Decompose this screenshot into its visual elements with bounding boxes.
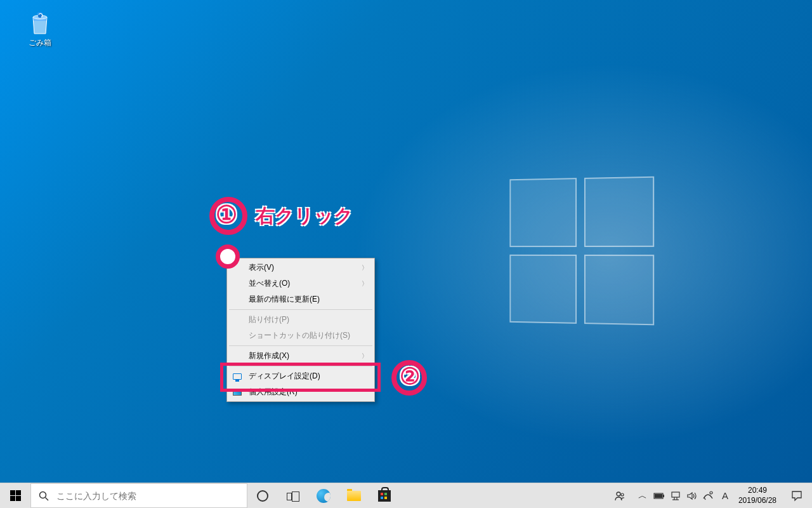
chevron-right-icon: 〉 xyxy=(362,264,368,272)
people-icon xyxy=(614,490,625,502)
menu-item-new[interactable]: 新規作成(X) 〉 xyxy=(228,348,373,364)
menu-separator xyxy=(229,345,372,346)
task-view-button[interactable] xyxy=(278,483,308,508)
menu-item-paste-shortcut: ショートカットの貼り付け(S) xyxy=(228,328,373,344)
edge-taskbar-button[interactable] xyxy=(308,483,339,508)
personalize-icon xyxy=(232,387,242,398)
taskbar: ︿ xyxy=(0,483,812,508)
edge-icon xyxy=(317,489,331,503)
menu-separator xyxy=(229,366,372,366)
network-icon xyxy=(671,491,681,500)
search-input[interactable] xyxy=(56,491,239,501)
tray-ime-indicator[interactable]: A xyxy=(717,483,733,509)
clock-time: 20:49 xyxy=(738,486,776,496)
annotation-number-2: ② xyxy=(400,363,420,390)
annotation-number-1: ① xyxy=(216,201,237,229)
tray-volume[interactable] xyxy=(684,483,700,509)
menu-item-personalize[interactable]: 個人用設定(R) xyxy=(228,384,373,400)
windows-start-icon xyxy=(10,490,21,501)
task-view-icon xyxy=(287,491,299,500)
svg-line-3 xyxy=(46,497,49,500)
tray-ime-mode[interactable] xyxy=(700,483,717,509)
taskbar-search-box[interactable] xyxy=(30,483,247,508)
menu-item-sort[interactable]: 並べ替え(O) 〉 xyxy=(228,276,373,291)
svg-rect-7 xyxy=(663,495,664,497)
svg-point-5 xyxy=(621,493,624,496)
annotation-circle-2 xyxy=(391,360,427,396)
ime-mode-icon xyxy=(703,491,714,500)
svg-rect-8 xyxy=(655,494,662,498)
annotation-circle-1 xyxy=(209,197,247,235)
people-button[interactable] xyxy=(605,483,634,509)
cortana-icon xyxy=(257,490,268,502)
annotation-text-rightclick: 右クリック xyxy=(256,203,353,229)
desktop[interactable]: ごみ箱 表示(V) 〉 並べ替え(O) 〉 最新の情報に更新(E) 貼り付け(P… xyxy=(0,0,812,508)
store-icon xyxy=(378,490,391,502)
tray-battery[interactable] xyxy=(651,483,667,509)
recycle-bin-desktop-icon[interactable]: ごみ箱 xyxy=(16,10,64,48)
menu-item-paste: 貼り付け(P) xyxy=(228,312,373,328)
clock-date: 2019/06/28 xyxy=(738,496,776,506)
menu-item-display-settings[interactable]: ディスプレイ設定(D) xyxy=(228,368,373,384)
chevron-right-icon: 〉 xyxy=(362,279,368,288)
recycle-bin-label: ごみ箱 xyxy=(16,37,64,48)
store-taskbar-button[interactable] xyxy=(369,483,400,508)
tray-overflow-button[interactable]: ︿ xyxy=(634,483,651,509)
desktop-context-menu: 表示(V) 〉 並べ替え(O) 〉 最新の情報に更新(E) 貼り付け(P) ショ… xyxy=(226,258,375,402)
system-tray: ︿ xyxy=(605,483,812,508)
svg-point-13 xyxy=(710,491,712,494)
search-icon xyxy=(39,491,49,501)
menu-item-refresh[interactable]: 最新の情報に更新(E) xyxy=(228,291,373,307)
chevron-up-icon: ︿ xyxy=(638,490,647,502)
folder-icon xyxy=(347,491,361,501)
notification-icon xyxy=(791,490,802,502)
svg-point-2 xyxy=(40,491,46,498)
windows-logo-wallpaper xyxy=(509,177,654,326)
battery-icon xyxy=(653,492,665,500)
taskbar-clock[interactable]: 20:49 2019/06/28 xyxy=(733,486,782,505)
monitor-icon xyxy=(232,371,242,382)
action-center-button[interactable] xyxy=(782,490,812,502)
svg-rect-9 xyxy=(672,492,679,497)
chevron-right-icon: 〉 xyxy=(362,352,368,361)
menu-item-view[interactable]: 表示(V) 〉 xyxy=(228,260,373,276)
file-explorer-taskbar-button[interactable] xyxy=(339,483,369,508)
recycle-bin-icon xyxy=(27,10,53,36)
cortana-button[interactable] xyxy=(247,483,278,508)
volume-icon xyxy=(687,491,697,500)
menu-separator xyxy=(229,309,372,310)
start-button[interactable] xyxy=(0,483,30,508)
tray-network[interactable] xyxy=(667,483,684,509)
svg-point-4 xyxy=(617,492,620,496)
